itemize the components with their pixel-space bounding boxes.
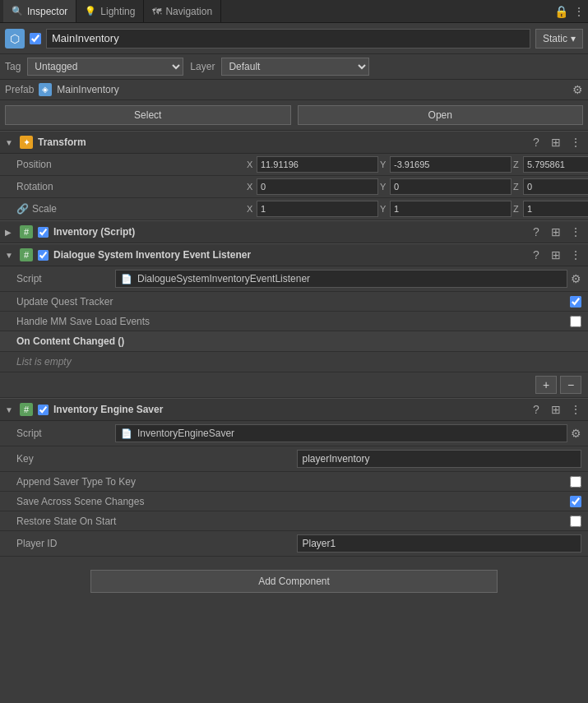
position-y-input[interactable]: [390, 156, 512, 173]
rotation-x-input[interactable]: [257, 178, 378, 195]
position-y-item: Y: [380, 156, 512, 173]
rotation-z-label: Z: [513, 182, 521, 192]
tab-navigation[interactable]: 🗺 Navigation: [144, 0, 221, 22]
save-across-checkbox[interactable]: [570, 496, 581, 507]
object-icon: ⬡: [5, 29, 25, 49]
scale-z-item: Z: [513, 201, 588, 217]
inventory-saver-header[interactable]: ▼ # Inventory Engine Saver ? ⊞ ⋮: [0, 398, 588, 421]
rotation-y-input[interactable]: [390, 178, 512, 195]
saver-script-gear-icon[interactable]: ⚙: [571, 427, 581, 440]
transform-layout-icon[interactable]: ⊞: [549, 136, 563, 149]
position-x-label: X: [247, 160, 255, 169]
object-name-input[interactable]: [46, 29, 530, 49]
key-row: Key: [0, 446, 588, 472]
lock-icon[interactable]: 🔒: [554, 5, 568, 18]
inventory-saver-props: Script 📄 InventoryEngineSaver ⚙ Key Appe…: [0, 421, 588, 557]
saver-script-row: Script 📄 InventoryEngineSaver ⚙: [0, 421, 588, 446]
update-quest-checkbox[interactable]: [570, 296, 581, 308]
tag-label: Tag: [5, 61, 21, 72]
saver-script-label: Script: [16, 428, 115, 439]
dialogue-listener-help-icon[interactable]: ?: [529, 248, 544, 261]
object-header: ⬡ Static ▾: [0, 23, 588, 54]
dialogue-listener-props: Script 📄 DialogueSystemInventoryEventLis…: [0, 266, 588, 398]
inventory-saver-help-icon[interactable]: ?: [529, 403, 544, 416]
saver-script-value: 📄 InventoryEngineSaver: [115, 424, 567, 442]
transform-more-icon[interactable]: ⋮: [568, 136, 583, 149]
inventory-script-help-icon[interactable]: ?: [529, 225, 544, 238]
layer-dropdown[interactable]: Default: [221, 58, 369, 76]
rotation-z-input[interactable]: [523, 178, 588, 195]
rotation-x-item: X: [247, 178, 378, 195]
inventory-script-arrow: ▶: [5, 228, 15, 237]
dialogue-script-row: Script 📄 DialogueSystemInventoryEventLis…: [0, 266, 588, 292]
save-across-label: Save Across Scene Changes: [16, 496, 563, 507]
restore-state-row: Restore State On Start: [0, 511, 588, 531]
more-options-icon[interactable]: ⋮: [573, 5, 585, 18]
position-x-input[interactable]: [257, 156, 378, 173]
scale-label: 🔗 Scale: [16, 203, 247, 215]
inventory-script-more-icon[interactable]: ⋮: [568, 225, 583, 238]
append-saver-checkbox[interactable]: [570, 476, 581, 488]
rotation-y-item: Y: [380, 178, 512, 195]
on-content-changed-header: On Content Changed (): [0, 331, 588, 352]
inventory-saver-enabled[interactable]: [38, 405, 49, 415]
tag-dropdown[interactable]: Untagged: [27, 58, 183, 76]
rotation-label: Rotation: [16, 181, 247, 192]
prefab-row: Prefab ◈ MainInventory ⚙: [0, 80, 588, 100]
inventory-saver-arrow: ▼: [5, 405, 15, 414]
dialogue-listener-layout-icon[interactable]: ⊞: [549, 248, 563, 261]
select-button[interactable]: Select: [5, 105, 291, 125]
dialogue-listener-more-icon[interactable]: ⋮: [568, 248, 583, 261]
select-open-row: Select Open: [0, 100, 588, 131]
saver-script-file-icon: 📄: [121, 428, 132, 439]
dialogue-listener-header[interactable]: ▼ # Dialogue System Inventory Event List…: [0, 243, 588, 266]
inventory-saver-icons: ? ⊞ ⋮: [529, 403, 583, 416]
add-component-button[interactable]: Add Component: [90, 570, 498, 593]
open-button[interactable]: Open: [298, 105, 584, 125]
scale-xyz: X Y Z: [247, 201, 588, 217]
inventory-script-icons: ? ⊞ ⋮: [529, 225, 583, 238]
inventory-script-enabled[interactable]: [38, 227, 49, 238]
static-button[interactable]: Static ▾: [535, 29, 583, 49]
dialogue-script-gear-icon[interactable]: ⚙: [571, 272, 581, 285]
player-id-label: Player ID: [16, 538, 290, 549]
save-across-row: Save Across Scene Changes: [0, 492, 588, 511]
position-y-label: Y: [380, 160, 388, 169]
tab-bar-actions: 🔒 ⋮: [554, 5, 585, 18]
prefab-settings-icon[interactable]: ⚙: [572, 83, 583, 96]
position-z-input[interactable]: [523, 156, 588, 173]
scale-y-input[interactable]: [390, 201, 512, 217]
tag-layer-row: Tag Untagged Layer Default: [0, 54, 588, 80]
player-id-input[interactable]: [297, 534, 582, 553]
inventory-saver-more-icon[interactable]: ⋮: [568, 403, 583, 416]
object-enabled-checkbox[interactable]: [30, 33, 41, 44]
scale-x-input[interactable]: [257, 201, 378, 217]
tab-inspector[interactable]: 🔍 Inspector: [3, 0, 76, 22]
inventory-script-layout-icon[interactable]: ⊞: [549, 225, 563, 238]
transform-section-icons: ? ⊞ ⋮: [529, 136, 583, 149]
add-event-button[interactable]: +: [535, 376, 557, 394]
layer-label: Layer: [190, 61, 215, 72]
inventory-saver-icon: #: [20, 403, 33, 416]
dialogue-listener-arrow: ▼: [5, 251, 15, 260]
inventory-saver-layout-icon[interactable]: ⊞: [549, 403, 563, 416]
handle-mm-checkbox[interactable]: [570, 316, 581, 327]
key-input[interactable]: [297, 450, 582, 468]
update-quest-label: Update Quest Tracker: [16, 296, 563, 308]
restore-state-checkbox[interactable]: [570, 516, 581, 527]
rotation-row: Rotation X Y Z: [0, 176, 588, 198]
append-saver-label: Append Saver Type To Key: [16, 476, 563, 488]
rotation-x-label: X: [247, 182, 255, 192]
prefab-name: MainInventory: [57, 84, 118, 95]
transform-section-header[interactable]: ▼ ✦ Transform ? ⊞ ⋮: [0, 131, 588, 154]
position-label: Position: [16, 159, 247, 170]
lighting-tab-icon: 💡: [85, 6, 96, 16]
remove-event-button[interactable]: −: [560, 376, 581, 394]
tab-lighting[interactable]: 💡 Lighting: [76, 0, 144, 22]
inventory-script-icon: #: [20, 225, 33, 238]
inventory-script-header[interactable]: ▶ # Inventory (Script) ? ⊞ ⋮: [0, 220, 588, 243]
dialogue-listener-enabled[interactable]: [38, 250, 49, 261]
scale-z-input[interactable]: [523, 201, 588, 217]
transform-help-icon[interactable]: ?: [529, 136, 544, 149]
static-label: Static: [543, 33, 567, 44]
